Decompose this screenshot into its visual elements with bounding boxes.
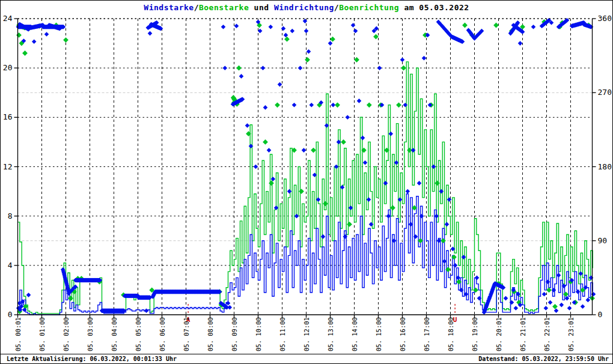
- wind-strength-line: [18, 194, 593, 315]
- y-right-tick-label: 180: [598, 162, 612, 171]
- y-left-tick-label: 0: [8, 310, 13, 319]
- y-left-tick-label: 12: [3, 162, 13, 171]
- status-bar: Letzte Aktualisierung: 06.03.2022, 00:01…: [1, 354, 612, 363]
- x-tick-label: 05. 00:01: [14, 317, 22, 351]
- wind-direction-chart: AU0481216202409018027036005. 00:0105. 01…: [1, 1, 612, 353]
- x-tick-label: 05. 19:00: [471, 317, 478, 351]
- y-right-tick-label: 90: [598, 236, 608, 245]
- x-tick-label: 05. 23:01: [567, 317, 575, 351]
- x-tick-label: 05. 15:00: [375, 317, 382, 351]
- data-state-text: Datenstand: 05.03.2022, 23:59:50 Uhr: [478, 356, 609, 362]
- x-tick-label: 05. 10:00: [255, 317, 262, 351]
- x-tick-label: 05. 09:00: [231, 317, 238, 351]
- x-tick-label: 05. 18:00: [447, 317, 454, 351]
- y-right-tick-label: 270: [598, 88, 612, 97]
- x-tick-label: 05. 01:00: [38, 317, 46, 351]
- last-update-text: Letzte Aktualisierung: 06.03.2022, 00:01…: [7, 356, 177, 362]
- y-left-tick-label: 24: [3, 14, 13, 23]
- y-left-tick-label: 4: [8, 261, 13, 270]
- x-tick-label: 05. 05:00: [135, 317, 142, 351]
- chart-area: AU0481216202409018027036005. 00:0105. 01…: [1, 1, 612, 356]
- x-tick-label: 05. 06:00: [159, 317, 166, 351]
- y-left-tick-label: 8: [8, 211, 13, 220]
- x-tick-label: 05. 08:00: [207, 317, 214, 351]
- x-tick-label: 05. 12:01: [303, 317, 310, 351]
- x-tick-label: 05. 03:00: [87, 317, 94, 351]
- weather-chart-page: Windstarke/Boenstarke und Windrichtung/B…: [0, 0, 613, 364]
- x-tick-label: 05. 20:01: [495, 317, 502, 351]
- y-right-tick-label: 0: [598, 310, 603, 319]
- x-tick-label: 05. 16:00: [399, 317, 406, 351]
- x-tick-label: 05. 22:01: [543, 317, 550, 351]
- gust-strength-line: [18, 62, 593, 314]
- y-right-tick-label: 360: [598, 14, 612, 23]
- x-tick-label: 05. 07:01: [183, 317, 190, 351]
- x-tick-label: 05. 04:00: [111, 317, 118, 351]
- y-left-tick-label: 20: [3, 63, 13, 72]
- x-tick-label: 05. 11:00: [279, 317, 286, 351]
- x-tick-label: 05. 14:00: [351, 317, 358, 351]
- x-tick-label: 05. 02:00: [63, 317, 70, 351]
- gust-direction-markers: [16, 19, 595, 314]
- x-tick-label: 05. 13:00: [327, 317, 334, 351]
- y-left-tick-label: 16: [3, 112, 13, 121]
- x-tick-label: 05. 17:00: [423, 317, 430, 351]
- x-tick-label: 05. 21:01: [519, 317, 526, 351]
